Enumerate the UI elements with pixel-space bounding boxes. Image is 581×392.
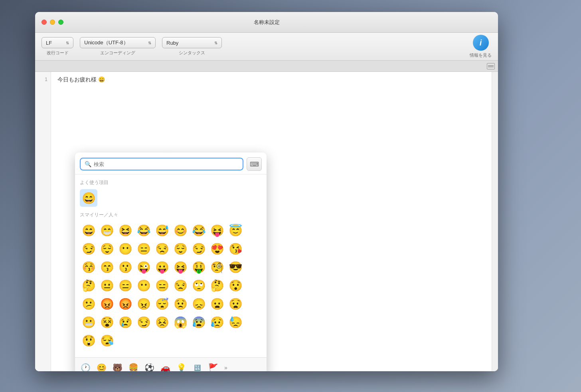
emoji-item[interactable]: 😏 — [80, 240, 97, 257]
category-symbols-button[interactable]: 🔣 — [190, 360, 204, 372]
emoji-item[interactable]: 😌 — [98, 240, 116, 257]
window-title: 名称未設定 — [254, 19, 280, 26]
emoji-item[interactable]: 😆 — [117, 222, 134, 239]
emoji-item[interactable]: 😡 — [117, 295, 134, 313]
close-button[interactable] — [42, 20, 47, 25]
emoji-item[interactable]: 😜 — [135, 258, 152, 276]
emoji-item[interactable]: 🤔 — [208, 277, 226, 294]
emoji-search-input[interactable] — [94, 161, 239, 167]
emoji-item[interactable]: 😗 — [117, 258, 134, 276]
emoji-item[interactable]: 😪 — [98, 332, 116, 349]
titlebar: 名称未設定 — [35, 12, 498, 33]
emoji-item[interactable]: 😬 — [80, 313, 97, 331]
encoding-chevron-icon: ⇅ — [148, 41, 151, 45]
info-icon: i — [480, 38, 482, 48]
traffic-lights — [42, 20, 63, 25]
category-flags-button[interactable]: 🚩 — [206, 360, 220, 372]
emoji-item[interactable]: 😅 — [153, 222, 171, 239]
split-view-button[interactable] — [487, 63, 495, 69]
info-label: 情報を見る — [470, 52, 492, 58]
emoji-item[interactable]: 🙄 — [190, 277, 208, 294]
emoji-item[interactable]: 😂 — [135, 222, 152, 239]
line-ending-select[interactable]: LF ⇅ — [42, 37, 73, 48]
main-window: 名称未設定 LF ⇅ 改行コード Unicode（UTF-8） ⇅ エンコーディ… — [35, 12, 498, 371]
emoji-item[interactable]: 😶 — [135, 277, 152, 294]
syntax-group: Ruby ⇅ シンタックス — [162, 37, 222, 56]
emoji-item[interactable]: 😒 — [153, 240, 171, 257]
emoji-item[interactable]: 😁 — [98, 222, 116, 239]
category-recent-button[interactable]: 🕐 — [78, 360, 93, 372]
emoji-item[interactable]: 😯 — [227, 277, 244, 294]
keyboard-icon-button[interactable]: ⌨ — [247, 157, 262, 171]
emoji-item-frequent-1[interactable]: 😄 — [80, 189, 97, 207]
emoji-item[interactable]: 😊 — [172, 222, 189, 239]
emoji-item[interactable]: 😐 — [98, 277, 116, 294]
info-button[interactable]: i — [473, 35, 489, 51]
maximize-button[interactable] — [58, 20, 63, 25]
emoji-item[interactable]: 😢 — [117, 313, 134, 331]
emoji-item[interactable]: 😠 — [135, 295, 152, 313]
category-activities-button[interactable]: ⚽ — [142, 360, 156, 372]
category-objects-button[interactable]: 💡 — [174, 360, 188, 372]
emoji-item[interactable]: 😱 — [172, 313, 189, 331]
emoji-item[interactable]: 😝 — [208, 222, 226, 239]
emoji-search-area: 🔍 ⌨ — [75, 152, 267, 174]
minimize-button[interactable] — [50, 20, 55, 25]
emoji-item[interactable]: 😍 — [208, 240, 226, 257]
syntax-select[interactable]: Ruby ⇅ — [162, 37, 222, 48]
emoji-category-bar: 🕐 😊 🐻 🍔 ⚽ 🚗 💡 🔣 🚩 » — [75, 357, 267, 371]
editor-line-1-text: 今日もお疲れ様 😄 — [57, 75, 105, 84]
scrollbar[interactable] — [492, 72, 498, 371]
emoji-item[interactable]: 😣 — [153, 313, 171, 331]
emoji-item[interactable]: 🤔 — [80, 277, 97, 294]
emoji-item[interactable]: 😧 — [227, 295, 244, 313]
smileys-label: スマイリー／人々 — [80, 212, 262, 218]
emoji-item[interactable]: 🤑 — [190, 258, 208, 276]
emoji-item[interactable]: 😦 — [208, 295, 226, 313]
search-icon: 🔍 — [85, 161, 91, 167]
emoji-item[interactable]: 😏 — [135, 313, 152, 331]
category-food-button[interactable]: 🍔 — [126, 360, 140, 372]
emoji-item[interactable]: 😛 — [153, 258, 171, 276]
encoding-select[interactable]: Unicode（UTF-8） ⇅ — [80, 37, 156, 48]
line-number-1: 1 — [45, 75, 47, 84]
emoji-item[interactable]: 😕 — [80, 295, 97, 313]
emoji-item[interactable]: 😡 — [98, 295, 116, 313]
emoji-item[interactable]: 😑 — [117, 277, 134, 294]
frequently-used-label: よく使う項目 — [80, 179, 262, 186]
emoji-item[interactable]: 😎 — [227, 258, 244, 276]
emoji-item[interactable]: 😞 — [190, 295, 208, 313]
emoji-item[interactable]: 😓 — [227, 313, 244, 331]
category-travel-button[interactable]: 🚗 — [158, 360, 172, 372]
syntax-chevron-icon: ⇅ — [214, 41, 217, 45]
emoji-item[interactable]: 😇 — [227, 222, 244, 239]
emoji-item[interactable]: 😒 — [172, 277, 189, 294]
emoji-item[interactable]: 😟 — [172, 295, 189, 313]
emoji-item[interactable]: 😶 — [117, 240, 134, 257]
emoji-item[interactable]: 😂 — [190, 222, 208, 239]
editor-area: 1 今日もお疲れ様 😄 🔍 ⌨ — [35, 72, 498, 371]
emoji-search-wrapper: 🔍 — [80, 158, 243, 170]
emoji-item[interactable]: 😝 — [172, 258, 189, 276]
emoji-item[interactable]: 😑 — [153, 277, 171, 294]
editor-line-1: 今日もお疲れ様 😄 — [57, 75, 485, 84]
emoji-item[interactable]: 😄 — [80, 222, 97, 239]
emoji-item[interactable]: 😚 — [80, 258, 97, 276]
syntax-value: Ruby — [166, 40, 178, 46]
encoding-label: エンコーディング — [100, 50, 135, 56]
emoji-item[interactable]: 🧐 — [208, 258, 226, 276]
emoji-item[interactable]: 😘 — [227, 240, 244, 257]
emoji-item[interactable]: 😥 — [208, 313, 226, 331]
category-animals-button[interactable]: 🐻 — [110, 360, 125, 372]
emoji-item[interactable]: 😰 — [190, 313, 208, 331]
emoji-item[interactable]: 😙 — [98, 258, 116, 276]
separator-bar — [35, 61, 498, 72]
category-smileys-button[interactable]: 😊 — [94, 360, 109, 372]
emoji-item[interactable]: 😴 — [153, 295, 171, 313]
emoji-item[interactable]: 😑 — [135, 240, 152, 257]
emoji-item[interactable]: 😲 — [80, 332, 97, 349]
category-more-button[interactable]: » — [222, 363, 230, 372]
emoji-item[interactable]: 😵 — [98, 313, 116, 331]
emoji-item[interactable]: 😏 — [190, 240, 208, 257]
emoji-item[interactable]: 😌 — [172, 240, 189, 257]
